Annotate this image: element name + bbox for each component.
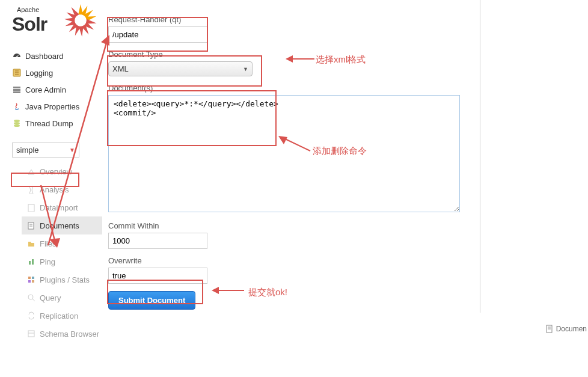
svg-rect-12 [28,204,34,212]
subnav-label: Replication [40,311,78,320]
subnav-label: Dataimport [40,203,78,212]
dataimport-icon [26,203,36,212]
svg-rect-17 [32,259,34,265]
nav-java-properties[interactable]: Java Properties [12,98,102,115]
footer-label: Documen [556,325,587,333]
overwrite-input[interactable] [108,268,207,284]
ping-icon [26,257,36,266]
sidebar: Apache Solr Dashboard Logging Core Admin… [0,0,102,343]
docs-label: Document(s) [108,84,481,93]
core-admin-icon [12,85,22,94]
subnav-documents[interactable]: Documents [22,216,102,234]
subnav-dataimport[interactable]: Dataimport [24,198,102,216]
subnav-label: Files [40,239,56,248]
svg-rect-18 [28,277,31,279]
nav-label: Thread Dump [25,119,73,128]
overview-icon [26,167,36,176]
plugins-icon [26,275,36,284]
nav-label: Dashboard [25,52,64,61]
nav-label: Core Admin [25,85,66,94]
subnav-overview[interactable]: Overview [24,162,102,180]
doctype-label: Document Type [108,50,481,59]
svg-rect-7 [13,89,20,91]
overwrite-label: Overwrite [108,256,481,265]
chevron-down-icon: ▼ [69,147,75,153]
subnav-label: Schema Browser [40,329,99,339]
svg-line-23 [32,299,35,301]
java-icon [12,102,22,111]
subnav-label: Query [40,293,61,302]
commit-input[interactable] [108,233,207,249]
files-icon [26,239,36,248]
svg-point-9 [14,120,20,122]
commit-label: Commit Within [108,221,481,230]
svg-point-10 [14,122,20,124]
core-subnav: Overview Analysis Dataimport Documents F… [24,162,102,343]
qt-label: Request-Handler (qt) [108,15,481,24]
subnav-plugins[interactable]: Plugins / Stats [24,271,102,289]
dashboard-icon [12,51,22,61]
svg-rect-24 [28,331,34,337]
svg-rect-19 [32,277,34,279]
doctype-select[interactable]: XML ▼ [108,61,253,76]
nav-dashboard[interactable]: Dashboard [12,48,102,64]
svg-rect-8 [13,91,20,93]
subnav-ping[interactable]: Ping [24,253,102,271]
nav-label: Java Properties [25,102,79,111]
logo: Apache Solr [12,6,102,35]
schema-icon [26,329,36,339]
nav-core-admin[interactable]: Core Admin [12,81,102,98]
subnav-label: Analysis [40,185,69,194]
qt-input[interactable] [108,26,207,43]
divider [480,0,480,313]
chevron-down-icon: ▼ [243,66,248,72]
query-icon [26,293,36,302]
doctype-value: XML [112,64,129,73]
logging-icon [12,68,22,78]
svg-rect-21 [32,280,34,283]
thread-icon [12,118,22,128]
subnav-analysis[interactable]: Analysis [24,180,102,198]
document-icon [545,325,554,333]
documents-form: Request-Handler (qt) Document Type XML ▼… [108,15,481,310]
solr-sun-icon [63,3,98,38]
subnav-files[interactable]: Files [24,234,102,253]
footer-documentation-link[interactable]: Documen [545,325,587,333]
subnav-label: Ping [40,257,55,266]
nav-logging[interactable]: Logging [12,64,102,81]
replication-icon [26,311,36,320]
subnav-query[interactable]: Query [24,289,102,307]
subnav-label: Overview [40,167,72,176]
docs-textarea[interactable] [108,95,460,212]
analysis-icon [26,185,36,194]
svg-rect-16 [29,261,31,265]
nav-label: Logging [25,69,53,78]
core-selected-value: simple [16,146,39,155]
svg-rect-6 [13,87,20,88]
core-selector[interactable]: simple ▼ [12,143,79,158]
logo-solr: Solr [12,13,47,35]
documents-icon [26,221,36,230]
subnav-schema[interactable]: Schema Browser [24,325,102,343]
nav-thread-dump[interactable]: Thread Dump [12,115,102,132]
svg-rect-20 [28,280,31,283]
subnav-label: Documents [40,221,79,230]
submit-button[interactable]: Submit Document [108,291,195,310]
subnav-label: Plugins / Stats [40,275,90,284]
svg-point-11 [14,124,20,127]
subnav-replication[interactable]: Replication [24,307,102,325]
svg-point-22 [28,295,33,299]
